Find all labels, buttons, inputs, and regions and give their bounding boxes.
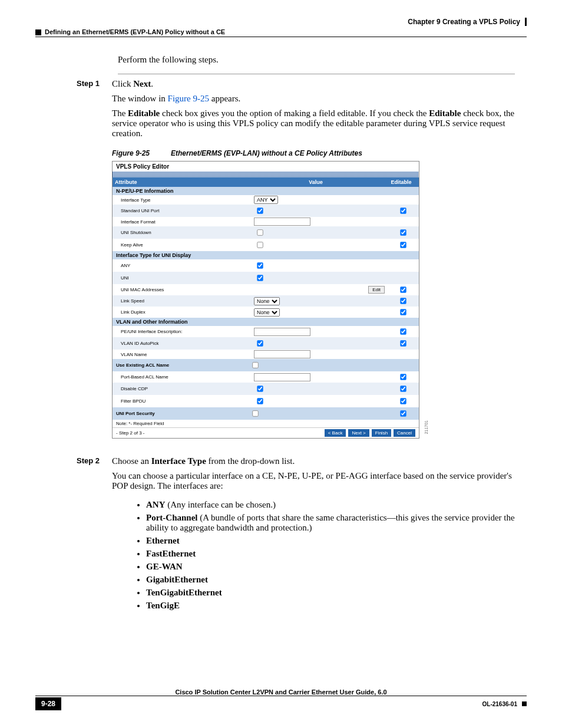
list-item: Ethernet bbox=[146, 536, 515, 546]
form-row: Keep Alive bbox=[113, 239, 419, 251]
footer-marker-icon bbox=[522, 701, 527, 706]
field-select[interactable]: None bbox=[254, 297, 280, 305]
section-iftype-uni: Interface Type for UNI Display bbox=[113, 251, 419, 259]
form-row: Link SpeedNone bbox=[113, 295, 419, 307]
field-label: UNI MAC Addresses bbox=[113, 286, 252, 294]
step2-label: Step 2 bbox=[77, 456, 112, 620]
chapter-heading: Chapter 9 Creating a VPLS Policy bbox=[35, 18, 527, 26]
next-button[interactable]: Next > bbox=[348, 429, 369, 437]
editable-checkbox[interactable] bbox=[400, 242, 406, 248]
form-row: Port-Based ACL Name bbox=[113, 371, 419, 383]
form-row: Filter BPDU bbox=[113, 395, 419, 407]
field-checkbox[interactable] bbox=[257, 340, 263, 346]
page-number: 9-28 bbox=[35, 697, 61, 710]
cancel-button[interactable]: Cancel bbox=[394, 429, 415, 437]
section-heading: Defining an Ethernet/ERMS (EVP-LAN) Poli… bbox=[35, 28, 527, 35]
uni-port-security-editable[interactable] bbox=[400, 410, 406, 416]
footer-title: Cisco IP Solution Center L2VPN and Carri… bbox=[35, 689, 527, 696]
editor-title: VPLS Policy Editor bbox=[113, 162, 419, 172]
field-checkbox[interactable] bbox=[257, 275, 263, 281]
form-row: ANY bbox=[113, 259, 419, 272]
list-item: TenGigabitEthernet bbox=[146, 588, 515, 598]
list-item: FastEthernet bbox=[146, 549, 515, 559]
form-row: UNI bbox=[113, 272, 419, 284]
list-item: GigabitEthernet bbox=[146, 575, 515, 585]
form-row: Standard UNI Port bbox=[113, 205, 419, 217]
section-vlan: VLAN and Other Information bbox=[113, 318, 419, 326]
back-button[interactable]: < Back bbox=[325, 429, 346, 437]
field-text[interactable] bbox=[254, 328, 310, 336]
field-checkbox[interactable] bbox=[257, 207, 263, 213]
editable-checkbox[interactable] bbox=[400, 309, 406, 315]
field-checkbox[interactable] bbox=[257, 398, 263, 404]
field-label: Disable CDP bbox=[113, 385, 252, 393]
step1-label: Step 1 bbox=[77, 79, 112, 439]
required-note: Note: *- Required Field bbox=[113, 420, 419, 427]
doc-id: OL-21636-01 bbox=[482, 701, 517, 707]
edit-button[interactable]: Edit bbox=[368, 286, 385, 294]
form-row: PE/UNI Interface Description: bbox=[113, 326, 419, 337]
list-item: ANY (Any interface can be chosen.) bbox=[146, 500, 515, 510]
field-checkbox[interactable] bbox=[257, 242, 263, 248]
field-label: Filter BPDU bbox=[113, 397, 252, 405]
finish-button[interactable]: Finish bbox=[372, 429, 391, 437]
acl-checkbox[interactable] bbox=[252, 362, 258, 368]
editable-checkbox[interactable] bbox=[400, 229, 406, 235]
header-marker-icon bbox=[35, 29, 41, 35]
step2-line1: Choose an Interface Type from the drop-d… bbox=[112, 456, 515, 466]
section-npe: N-PE/U-PE Information bbox=[113, 187, 419, 195]
list-item: GE-WAN bbox=[146, 562, 515, 572]
field-text[interactable] bbox=[254, 373, 310, 381]
field-label: VLAN Name bbox=[113, 351, 252, 358]
form-row: UNI Shutdown bbox=[113, 226, 419, 239]
figure-id: 211701 bbox=[424, 420, 428, 434]
section-acl: Use Existing ACL Name bbox=[113, 359, 419, 371]
form-row: Interface Format bbox=[113, 217, 419, 226]
form-row: Interface TypeANY bbox=[113, 195, 419, 205]
editable-checkbox[interactable] bbox=[400, 374, 406, 380]
uni-port-security-checkbox[interactable] bbox=[252, 410, 258, 416]
field-label: Port-Based ACL Name bbox=[113, 373, 252, 381]
field-label: Keep Alive bbox=[113, 241, 252, 249]
form-row: Link DuplexNone bbox=[113, 307, 419, 318]
section-uni-port-security: UNI Port Security bbox=[113, 407, 419, 420]
step1-line2: The window in Figure 9-25 appears. bbox=[112, 94, 515, 104]
editable-checkbox[interactable] bbox=[400, 207, 406, 213]
interface-list: ANY (Any interface can be chosen.)Port-C… bbox=[123, 500, 515, 611]
step2-line2: You can choose a particular interface on… bbox=[112, 471, 515, 491]
step1-line3: The Editable check box gives you the opt… bbox=[112, 108, 515, 139]
form-row: VLAN Name bbox=[113, 350, 419, 359]
editable-checkbox[interactable] bbox=[400, 398, 406, 404]
figure-caption: Figure 9-25Ethernet/ERMS (EVP-LAN) witho… bbox=[112, 149, 515, 157]
field-label: UNI Shutdown bbox=[113, 229, 252, 236]
editable-checkbox[interactable] bbox=[400, 340, 406, 346]
field-label: UNI bbox=[113, 274, 252, 282]
editable-checkbox[interactable] bbox=[400, 386, 406, 391]
form-row: VLAN ID AutoPick bbox=[113, 337, 419, 350]
step1-line1: Click Next. bbox=[112, 79, 515, 89]
field-label: Standard UNI Port bbox=[113, 207, 252, 215]
field-label: VLAN ID AutoPick bbox=[113, 340, 252, 347]
form-row: Disable CDP bbox=[113, 383, 419, 395]
field-label: Interface Type bbox=[113, 196, 252, 204]
field-text[interactable] bbox=[254, 218, 310, 226]
field-checkbox[interactable] bbox=[257, 386, 263, 391]
vpls-editor-screenshot: VPLS Policy Editor Attribute Value Edita… bbox=[112, 161, 419, 439]
list-item: Port-Channel (A bundle of ports that sha… bbox=[146, 513, 515, 533]
list-item: TenGigE bbox=[146, 601, 515, 611]
field-text[interactable] bbox=[254, 350, 310, 358]
intro-text: Perform the following steps. bbox=[118, 55, 515, 65]
field-select[interactable]: ANY bbox=[254, 196, 278, 204]
editable-checkbox[interactable] bbox=[400, 328, 406, 334]
editable-checkbox[interactable] bbox=[400, 298, 406, 304]
field-label: PE/UNI Interface Description: bbox=[113, 328, 252, 335]
step-indicator: - Step 2 of 3 - bbox=[116, 430, 144, 436]
field-label: Link Speed bbox=[113, 297, 252, 305]
field-checkbox[interactable] bbox=[257, 229, 263, 235]
field-label: Link Duplex bbox=[113, 308, 252, 316]
field-checkbox[interactable] bbox=[257, 262, 263, 268]
editable-checkbox[interactable] bbox=[400, 286, 406, 292]
field-select[interactable]: None bbox=[254, 308, 280, 317]
editor-columns: Attribute Value Editable bbox=[113, 177, 419, 187]
figure-link[interactable]: Figure 9-25 bbox=[168, 94, 209, 103]
